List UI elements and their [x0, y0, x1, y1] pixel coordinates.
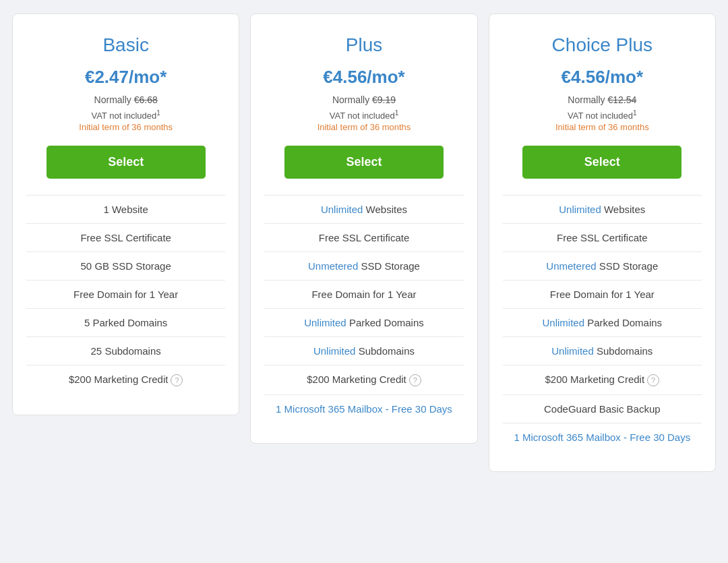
plan-price-basic: €2.47/mo* [85, 67, 166, 88]
plan-vat-basic: VAT not included1 [91, 109, 160, 121]
plan-normally-basic: Normally €6.68 [94, 94, 158, 105]
plan-vat-choice-plus: VAT not included1 [568, 109, 636, 121]
feature-item-basic-3: Free Domain for 1 Year [26, 280, 225, 308]
plan-normally-plus: Normally €9.19 [332, 94, 396, 105]
feature-item-plus-1: Free SSL Certificate [264, 223, 463, 251]
plan-card-choice-plus: Choice Plus€4.56/mo*Normally €12.54VAT n… [489, 13, 716, 472]
plan-price-plus: €4.56/mo* [323, 67, 404, 88]
feature-item-plus-3: Free Domain for 1 Year [264, 280, 463, 308]
feature-item-basic-6: $200 Marketing Credit? [26, 365, 225, 394]
feature-item-plus-2: Unmetered SSD Storage [264, 251, 463, 280]
feature-item-choice-plus-8: 1 Microsoft 365 Mailbox - Free 30 Days [503, 423, 702, 451]
feature-item-plus-7: 1 Microsoft 365 Mailbox - Free 30 Days [264, 394, 463, 423]
feature-item-choice-plus-1: Free SSL Certificate [503, 223, 702, 251]
feature-item-plus-6: $200 Marketing Credit? [264, 365, 463, 394]
feature-item-basic-4: 5 Parked Domains [26, 308, 225, 336]
plan-term-plus: Initial term of 36 months [317, 122, 411, 132]
feature-item-choice-plus-0: Unlimited Websites [503, 195, 702, 223]
feature-item-plus-0: Unlimited Websites [264, 195, 463, 223]
help-icon-plus-6[interactable]: ? [409, 374, 421, 386]
plan-card-plus: Plus€4.56/mo*Normally €9.19VAT not inclu… [250, 13, 477, 444]
feature-item-choice-plus-3: Free Domain for 1 Year [503, 280, 702, 308]
feature-item-basic-5: 25 Subdomains [26, 336, 225, 365]
feature-item-choice-plus-4: Unlimited Parked Domains [503, 308, 702, 336]
plan-vat-plus: VAT not included1 [330, 109, 398, 121]
plan-name-basic: Basic [102, 34, 148, 56]
plan-name-plus: Plus [346, 34, 382, 56]
features-list-choice-plus: Unlimited WebsitesFree SSL CertificateUn… [503, 195, 702, 451]
feature-item-choice-plus-6: $200 Marketing Credit? [503, 365, 702, 394]
feature-item-choice-plus-5: Unlimited Subdomains [503, 336, 702, 365]
plan-term-choice-plus: Initial term of 36 months [555, 122, 649, 132]
feature-item-choice-plus-7: CodeGuard Basic Backup [503, 394, 702, 423]
feature-item-basic-0: 1 Website [26, 195, 225, 223]
plan-name-choice-plus: Choice Plus [552, 34, 653, 56]
select-button-basic[interactable]: Select [47, 146, 206, 179]
feature-item-choice-plus-2: Unmetered SSD Storage [503, 251, 702, 280]
feature-item-plus-5: Unlimited Subdomains [264, 336, 463, 365]
plan-card-basic: Basic€2.47/mo*Normally €6.68VAT not incl… [12, 13, 239, 415]
select-button-choice-plus[interactable]: Select [522, 146, 681, 179]
features-list-plus: Unlimited WebsitesFree SSL CertificateUn… [264, 195, 463, 423]
feature-item-plus-4: Unlimited Parked Domains [264, 308, 463, 336]
plan-price-choice-plus: €4.56/mo* [562, 67, 643, 88]
pricing-container: Basic€2.47/mo*Normally €6.68VAT not incl… [7, 13, 721, 472]
select-button-plus[interactable]: Select [284, 146, 444, 179]
feature-item-basic-1: Free SSL Certificate [26, 223, 225, 251]
features-list-basic: 1 WebsiteFree SSL Certificate50 GB SSD S… [26, 195, 225, 394]
help-icon-basic-6[interactable]: ? [171, 374, 183, 386]
help-icon-choice-plus-6[interactable]: ? [647, 374, 659, 386]
plan-term-basic: Initial term of 36 months [79, 122, 173, 132]
plan-normally-choice-plus: Normally €12.54 [568, 94, 636, 105]
feature-item-basic-2: 50 GB SSD Storage [26, 251, 225, 280]
